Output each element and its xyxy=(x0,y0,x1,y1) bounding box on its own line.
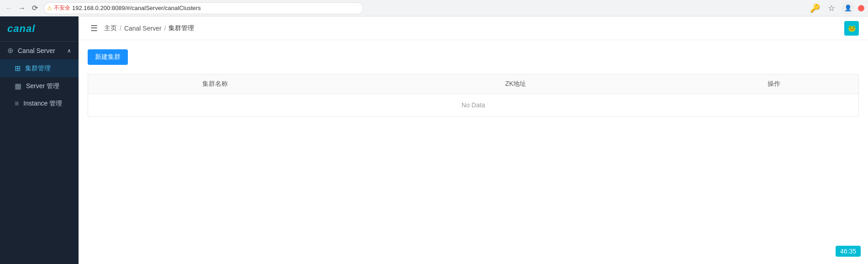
sidebar-parent-left: ⊕ Canal Server xyxy=(7,46,55,55)
header-left: ☰ 主页 / Canal Server / 集群管理 xyxy=(88,22,194,34)
col-header-name: 集群名称 xyxy=(88,74,342,94)
star-button[interactable]: ☆ xyxy=(825,2,838,15)
content-header: ☰ 主页 / Canal Server / 集群管理 🐸 xyxy=(79,16,868,40)
server-icon: ▦ xyxy=(15,82,21,90)
nav-buttons: ← → ⟳ xyxy=(4,3,40,14)
reload-button[interactable]: ⟳ xyxy=(29,3,40,14)
time-badge: 46:35 xyxy=(836,246,861,257)
col-header-action: 操作 xyxy=(689,74,858,94)
user-avatar-button[interactable]: 🐸 xyxy=(844,21,859,36)
sidebar-item-server[interactable]: ▦ Server 管理 xyxy=(0,77,79,95)
table-empty-text: No Data xyxy=(88,94,859,116)
security-label: 不安全 xyxy=(54,4,70,12)
url-text: 192.168.0.200:8089/#/canalServer/canalCl… xyxy=(72,5,360,11)
content-body: 新建集群 集群名称 ZK地址 操作 No Data xyxy=(79,40,868,264)
sidebar-canal-server-label: Canal Server xyxy=(18,47,55,54)
sidebar-item-cluster[interactable]: ⊞ 集群管理 xyxy=(0,59,79,77)
breadcrumb-sep-2: / xyxy=(164,25,166,32)
header-right: 🐸 xyxy=(844,21,859,36)
menu-toggle-button[interactable]: ☰ xyxy=(88,22,100,34)
sidebar-item-cluster-label: 集群管理 xyxy=(25,64,51,73)
breadcrumb-home[interactable]: 主页 xyxy=(104,24,117,32)
sidebar-item-instance[interactable]: ≡ Instance 管理 xyxy=(0,95,79,112)
breadcrumb-current: 集群管理 xyxy=(168,24,194,32)
sidebar-canal-server[interactable]: ⊕ Canal Server ∧ xyxy=(0,42,79,59)
forward-button[interactable]: → xyxy=(16,3,27,14)
user-avatar-icon: 🐸 xyxy=(848,25,856,32)
cluster-table: 集群名称 ZK地址 操作 No Data xyxy=(88,74,859,116)
new-cluster-button[interactable]: 新建集群 xyxy=(88,49,128,65)
breadcrumb: 主页 / Canal Server / 集群管理 xyxy=(104,24,194,32)
sidebar-item-server-label: Server 管理 xyxy=(26,82,59,90)
table-empty-row: No Data xyxy=(88,94,859,116)
sidebar: canal ⊕ Canal Server ∧ ⊞ 集群管理 ▦ Server 管… xyxy=(0,16,79,264)
browser-chrome: ← → ⟳ ⚠ 不安全 192.168.0.200:8089/#/canalSe… xyxy=(0,0,868,16)
breadcrumb-sep-1: / xyxy=(120,25,121,32)
chevron-up-icon: ∧ xyxy=(67,48,71,54)
sidebar-logo: canal xyxy=(0,16,79,42)
logo-text: canal xyxy=(7,23,35,35)
close-button[interactable] xyxy=(858,5,864,11)
table-head: 集群名称 ZK地址 操作 xyxy=(88,74,859,94)
globe-icon: ⊕ xyxy=(7,46,13,55)
breadcrumb-canal-server[interactable]: Canal Server xyxy=(124,25,162,32)
table-header-row: 集群名称 ZK地址 操作 xyxy=(88,74,859,94)
browser-actions: 🔑 ☆ 👤 xyxy=(809,2,864,15)
address-bar[interactable]: ⚠ 不安全 192.168.0.200:8089/#/canalServer/c… xyxy=(44,2,363,14)
back-button[interactable]: ← xyxy=(4,3,15,14)
key-icon-btn[interactable]: 🔑 xyxy=(809,2,821,15)
cluster-icon: ⊞ xyxy=(15,64,21,73)
warning-icon: ⚠ xyxy=(47,5,52,11)
instance-icon: ≡ xyxy=(15,100,19,108)
main-content: ☰ 主页 / Canal Server / 集群管理 🐸 新建集群 xyxy=(79,16,868,264)
sidebar-section: ⊕ Canal Server ∧ ⊞ 集群管理 ▦ Server 管理 ≡ In… xyxy=(0,42,79,112)
table-body: No Data xyxy=(88,94,859,116)
app-layout: canal ⊕ Canal Server ∧ ⊞ 集群管理 ▦ Server 管… xyxy=(0,16,868,264)
profile-icon: 👤 xyxy=(844,5,852,11)
col-header-zk: ZK地址 xyxy=(342,74,689,94)
sidebar-item-instance-label: Instance 管理 xyxy=(23,100,62,108)
profile-button[interactable]: 👤 xyxy=(842,2,854,15)
